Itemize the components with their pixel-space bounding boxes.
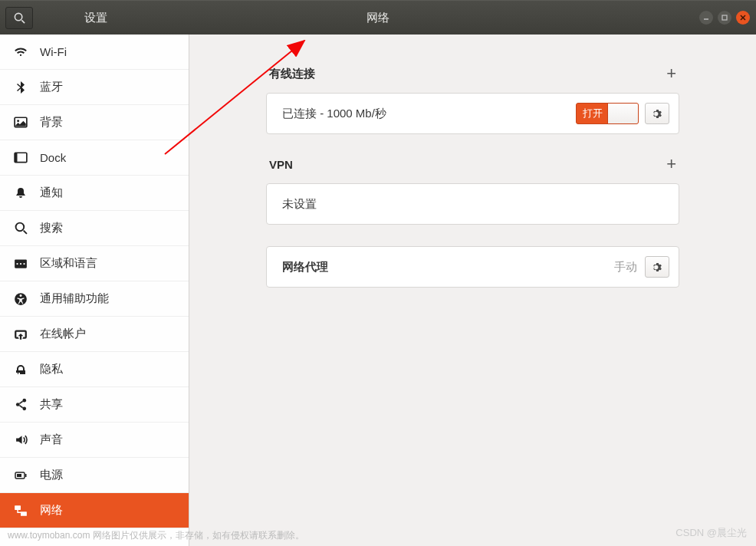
- svg-point-15: [23, 262, 25, 264]
- sidebar-item-label: 通知: [40, 186, 63, 200]
- toggle-handle: [607, 104, 638, 123]
- sidebar-item-search[interactable]: 搜索: [0, 211, 189, 246]
- region-icon: [12, 257, 29, 271]
- sidebar-item-power[interactable]: 电源: [0, 458, 189, 493]
- minimize-button[interactable]: [699, 11, 713, 25]
- proxy-mode: 手动: [614, 260, 637, 275]
- proxy-section: 网络代理 手动: [266, 246, 679, 288]
- bell-icon: [12, 187, 29, 199]
- search-button[interactable]: [5, 7, 33, 29]
- search-icon: [12, 222, 29, 235]
- sidebar-item-dock[interactable]: Dock: [0, 140, 189, 176]
- sidebar: Wi-Fi 蓝牙 背景 Dock 通知 搜索 区域和语言 通用辅助功能: [0, 35, 189, 546]
- vpn-title: VPN: [269, 158, 293, 171]
- sidebar-item-label: 共享: [40, 397, 63, 412]
- sidebar-item-label: 声音: [40, 433, 63, 447]
- dock-icon: [12, 151, 29, 165]
- svg-rect-28: [15, 505, 21, 510]
- svg-point-7: [17, 120, 19, 122]
- toggle-label: 打开: [577, 107, 603, 120]
- svg-line-1: [21, 20, 25, 23]
- sidebar-item-sound[interactable]: 声音: [0, 423, 189, 458]
- sidebar-item-network[interactable]: 网络: [0, 493, 189, 528]
- content: 有线连接 + 已连接 - 1000 Mb/秒 打开 VPN: [189, 35, 756, 546]
- wired-settings-button[interactable]: [645, 103, 669, 124]
- svg-rect-18: [16, 373, 18, 374]
- sidebar-item-label: 网络: [40, 503, 63, 518]
- page-title: 网络: [366, 11, 390, 25]
- svg-rect-3: [722, 15, 727, 20]
- network-icon: [12, 504, 29, 518]
- background-icon: [12, 116, 29, 130]
- vpn-section: VPN + 未设置: [266, 156, 679, 225]
- proxy-settings-button[interactable]: [645, 256, 669, 278]
- sidebar-item-label: 区域和语言: [40, 256, 97, 271]
- svg-rect-29: [21, 511, 27, 516]
- gear-icon: [652, 108, 663, 120]
- sidebar-item-label: 通用辅助功能: [40, 291, 109, 306]
- privacy-icon: [12, 363, 29, 376]
- gear-icon: [652, 261, 663, 273]
- wired-row: 已连接 - 1000 Mb/秒 打开: [267, 94, 679, 133]
- sidebar-item-label: 电源: [40, 468, 63, 482]
- wifi-icon: [12, 45, 29, 59]
- app-title: 设置: [84, 11, 107, 25]
- titlebar: 设置 网络: [0, 0, 756, 35]
- wired-status: 已连接 - 1000 Mb/秒: [282, 107, 576, 121]
- svg-rect-19: [18, 373, 20, 374]
- svg-point-17: [20, 294, 22, 297]
- svg-point-10: [15, 223, 24, 232]
- svg-point-22: [22, 406, 26, 410]
- svg-point-14: [20, 262, 21, 264]
- sidebar-item-label: 背景: [40, 115, 63, 130]
- svg-point-20: [22, 399, 26, 403]
- power-icon: [12, 469, 29, 482]
- wired-title: 有线连接: [269, 67, 315, 81]
- sidebar-item-region[interactable]: 区域和语言: [0, 246, 189, 281]
- accessibility-icon: [12, 292, 29, 306]
- bluetooth-icon: [12, 81, 29, 94]
- sidebar-item-label: Dock: [40, 151, 66, 164]
- sidebar-item-online-accounts[interactable]: 在线帐户: [0, 317, 189, 352]
- proxy-title: 网络代理: [282, 260, 614, 275]
- sidebar-item-label: Wi-Fi: [40, 45, 67, 58]
- svg-line-23: [19, 401, 22, 403]
- svg-rect-27: [17, 474, 21, 477]
- window-controls: [699, 11, 750, 25]
- svg-point-21: [15, 403, 19, 406]
- sidebar-item-privacy[interactable]: 隐私: [0, 352, 189, 387]
- footer-right: CSDN @晨尘光: [675, 526, 747, 540]
- search-icon: [14, 12, 25, 24]
- vpn-status: 未设置: [282, 197, 669, 212]
- sidebar-item-label: 蓝牙: [40, 80, 63, 94]
- online-accounts-icon: [12, 327, 29, 341]
- svg-point-13: [16, 262, 18, 264]
- svg-line-11: [23, 231, 26, 234]
- sidebar-item-wifi[interactable]: Wi-Fi: [0, 35, 189, 70]
- sidebar-item-sharing[interactable]: 共享: [0, 387, 189, 423]
- sidebar-item-background[interactable]: 背景: [0, 105, 189, 140]
- wired-section: 有线连接 + 已连接 - 1000 Mb/秒 打开: [266, 65, 679, 134]
- sidebar-item-notifications[interactable]: 通知: [0, 176, 189, 211]
- svg-point-0: [15, 13, 21, 20]
- wired-add-button[interactable]: +: [666, 65, 676, 82]
- sidebar-item-label: 隐私: [40, 362, 63, 377]
- sound-icon: [12, 433, 29, 446]
- proxy-row[interactable]: 网络代理 手动: [267, 247, 679, 287]
- svg-rect-9: [15, 153, 17, 162]
- footer-left: www.toymoban.com 网络图片仅供展示，非存储，如有侵权请联系删除。: [8, 529, 304, 542]
- vpn-row: 未设置: [267, 184, 679, 224]
- sidebar-item-label: 在线帐户: [40, 327, 86, 341]
- wired-toggle[interactable]: 打开: [576, 103, 639, 124]
- svg-line-24: [19, 406, 22, 408]
- vpn-add-button[interactable]: +: [666, 156, 676, 173]
- close-button[interactable]: [736, 11, 750, 25]
- sidebar-item-bluetooth[interactable]: 蓝牙: [0, 70, 189, 105]
- maximize-button[interactable]: [718, 11, 731, 25]
- sidebar-item-accessibility[interactable]: 通用辅助功能: [0, 281, 189, 317]
- sharing-icon: [12, 398, 29, 411]
- svg-rect-26: [25, 474, 27, 477]
- sidebar-item-label: 搜索: [40, 221, 63, 235]
